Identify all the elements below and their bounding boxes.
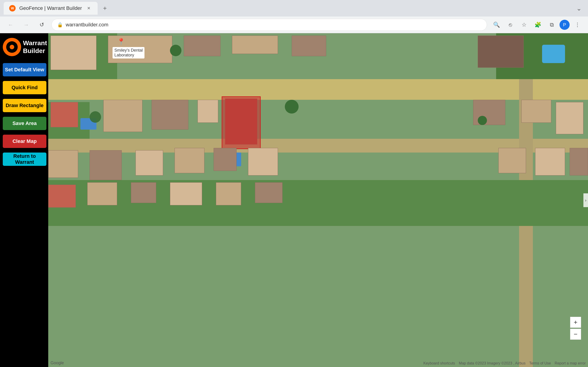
- building-ll6: [255, 182, 283, 203]
- terms-of-use[interactable]: Terms of Use: [529, 361, 551, 365]
- tab-title: GeoFence | Warrant Builder: [19, 5, 82, 11]
- tab-switch-icon[interactable]: ⧉: [546, 19, 558, 31]
- lawn4: [48, 180, 588, 226]
- geofence-rectangle: [222, 96, 261, 149]
- address-bar: ← → ↺ 🔒 warrantbuilder.com 🔍 ⎋ ☆ 🧩 ⧉ P ⋮: [0, 17, 588, 33]
- map-toggle-arrow[interactable]: ›: [583, 193, 588, 207]
- tree3: [170, 45, 182, 56]
- dental-label-line2: Laboratory: [114, 53, 143, 58]
- map-data-label: Map data ©2023 Imagery ©2023 , Airbus: [459, 361, 526, 365]
- browser-chrome: W GeoFence | Warrant Builder ✕ + ⌄ ← → ↺…: [0, 0, 588, 33]
- profile-icon[interactable]: P: [560, 20, 570, 30]
- logo-line2: Builder: [23, 47, 47, 55]
- quick-find-button[interactable]: Quick Find: [3, 81, 46, 94]
- tree4: [478, 116, 487, 125]
- save-area-button[interactable]: Save Area: [3, 117, 46, 130]
- building-ll2: [87, 182, 117, 205]
- pool3: [542, 45, 565, 63]
- draw-rectangle-button[interactable]: Draw Rectangle: [3, 99, 46, 112]
- building-ll3: [131, 182, 156, 203]
- logo-text: Warrant Builder: [23, 39, 47, 55]
- sidebar: Warrant Builder Set Default View Quick F…: [0, 33, 48, 367]
- dental-label: Smiley's Dental Laboratory: [112, 47, 145, 58]
- building-left1: [51, 102, 78, 127]
- building-ll1: [48, 185, 76, 208]
- back-button[interactable]: ←: [5, 19, 17, 31]
- tab-close-button[interactable]: ✕: [86, 5, 92, 11]
- building-lo4: [174, 148, 204, 173]
- building4: [232, 35, 278, 54]
- building-ll4: [170, 182, 202, 205]
- forward-button[interactable]: →: [20, 19, 32, 31]
- building-lo7: [498, 148, 526, 173]
- lock-icon: 🔒: [57, 22, 63, 27]
- tree1: [90, 111, 101, 123]
- active-tab[interactable]: W GeoFence | Warrant Builder ✕: [4, 2, 98, 15]
- building3: [184, 35, 221, 56]
- map-container[interactable]: Smiley's Dental Laboratory 📍 › + − Googl…: [48, 33, 588, 367]
- more-tabs-button[interactable]: ⌄: [573, 3, 584, 14]
- building-lo9: [570, 148, 588, 175]
- logo-circle: [3, 38, 21, 56]
- search-icon[interactable]: 🔍: [491, 19, 502, 31]
- reload-button[interactable]: ↺: [36, 19, 48, 31]
- new-tab-button[interactable]: +: [99, 3, 111, 14]
- tab-favicon: W: [9, 5, 16, 11]
- building-lo2: [90, 150, 122, 180]
- url-text: warrantbuilder.com: [66, 22, 481, 28]
- building-lo1: [48, 150, 78, 178]
- main-road-horizontal: [48, 79, 588, 100]
- map-controls: + −: [570, 317, 581, 340]
- address-box[interactable]: 🔒 warrantbuilder.com: [52, 19, 487, 31]
- set-default-view-button[interactable]: Set Default View: [3, 63, 46, 76]
- report-error[interactable]: Report a map error: [555, 361, 586, 365]
- return-to-warrant-button[interactable]: Return to Warrant: [3, 152, 46, 166]
- building-ll5: [216, 182, 241, 205]
- keyboard-shortcuts[interactable]: Keyboard shortcuts: [423, 361, 455, 365]
- dental-label-line1: Smiley's Dental: [114, 48, 143, 53]
- extensions-icon[interactable]: 🧩: [532, 19, 544, 31]
- zoom-out-button[interactable]: −: [570, 329, 581, 340]
- building-r2: [521, 100, 551, 123]
- map-aerial: Smiley's Dental Laboratory 📍 › + − Googl…: [48, 33, 588, 367]
- logo-container: Warrant Builder: [3, 38, 45, 56]
- logo-circle-inner: [6, 41, 18, 53]
- tab-bar: W GeoFence | Warrant Builder ✕ + ⌄: [0, 0, 588, 17]
- building-mid2: [152, 100, 188, 130]
- building1: [51, 35, 96, 70]
- building-lo8: [535, 148, 565, 175]
- building6: [478, 35, 524, 68]
- building-lo3: [136, 150, 163, 175]
- map-marker: 📍: [117, 38, 125, 45]
- menu-icon[interactable]: ⋮: [571, 19, 583, 31]
- map-attribution-right: Keyboard shortcuts Map data ©2023 Imager…: [423, 361, 586, 365]
- zoom-in-button[interactable]: +: [570, 317, 581, 328]
- logo-dot: [10, 45, 14, 49]
- logo-line1: Warrant: [23, 39, 47, 47]
- building-mid3: [198, 100, 218, 123]
- building-lo6: [248, 148, 278, 175]
- google-attribution: Google: [51, 361, 64, 365]
- building5: [292, 35, 326, 56]
- tree2: [285, 100, 299, 114]
- clear-map-button[interactable]: Clear Map: [3, 135, 46, 148]
- main-content: Warrant Builder Set Default View Quick F…: [0, 33, 588, 367]
- building-lo5: [214, 148, 237, 171]
- share-icon[interactable]: ⎋: [504, 19, 516, 31]
- toolbar-icons: 🔍 ⎋ ☆ 🧩 ⧉ P ⋮: [491, 19, 583, 31]
- building-r3: [556, 102, 583, 134]
- bookmark-icon[interactable]: ☆: [518, 19, 530, 31]
- building-mid1: [103, 100, 142, 132]
